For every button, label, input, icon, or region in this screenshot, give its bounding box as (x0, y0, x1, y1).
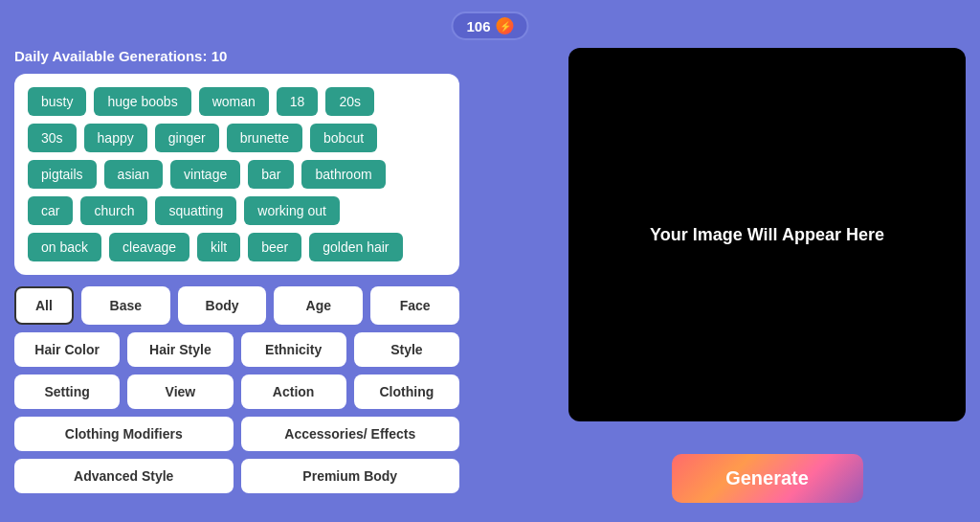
cat-row-5: Advanced Style Premium Body (14, 459, 459, 493)
cat-btn-premium-body[interactable]: Premium Body (241, 459, 460, 493)
tag-busty[interactable]: busty (28, 87, 86, 116)
top-bar: 106 ⚡ (451, 11, 528, 40)
tag-20s[interactable]: 20s (325, 87, 374, 116)
lightning-icon: ⚡ (497, 17, 514, 34)
tag-car[interactable]: car (28, 196, 73, 225)
cat-btn-base[interactable]: Base (81, 286, 170, 325)
cat-btn-view[interactable]: View (127, 374, 233, 409)
cat-btn-clothing-modifiers[interactable]: Clothing Modifiers (14, 417, 234, 451)
tags-row-3: pigtails asian vintage bar bathroom (28, 160, 446, 189)
tags-row-5: on back cleavage kilt beer golden hair (28, 233, 446, 261)
tag-brunette[interactable]: brunette (227, 124, 302, 152)
left-panel: Daily Available Generations: 10 busty hu… (14, 48, 459, 493)
categories: All Base Body Age Face Hair Color Hair S… (14, 286, 459, 493)
tag-vintage[interactable]: vintage (170, 160, 240, 189)
tag-squatting[interactable]: squatting (155, 196, 236, 225)
cat-btn-action[interactable]: Action (241, 374, 346, 409)
tags-box: busty huge boobs woman 18 20s 30s happy … (14, 74, 459, 275)
image-placeholder-text: Your Image Will Appear Here (650, 225, 884, 245)
cat-btn-style[interactable]: Style (354, 332, 459, 367)
counter-value: 106 (466, 18, 490, 34)
tags-row-1: busty huge boobs woman 18 20s (28, 87, 446, 116)
right-panel: Your Image Will Appear Here (568, 48, 966, 421)
tag-pigtails[interactable]: pigtails (28, 160, 97, 189)
tag-on-back[interactable]: on back (28, 233, 101, 261)
tags-row-2: 30s happy ginger brunette bobcut (28, 124, 446, 152)
tag-asian[interactable]: asian (104, 160, 163, 189)
tag-church[interactable]: church (80, 196, 147, 225)
tag-30s[interactable]: 30s (28, 124, 77, 152)
tag-woman[interactable]: woman (199, 87, 269, 116)
generate-button[interactable]: Generate (672, 454, 863, 503)
counter-badge: 106 ⚡ (451, 11, 528, 40)
tag-huge-boobs[interactable]: huge boobs (94, 87, 190, 116)
cat-row-2: Hair Color Hair Style Ethnicity Style (14, 332, 459, 367)
cat-btn-body[interactable]: Body (178, 286, 267, 325)
cat-btn-accessories-effects[interactable]: Accessories/ Effects (241, 417, 460, 451)
tag-bobcut[interactable]: bobcut (310, 124, 377, 152)
cat-row-3: Setting View Action Clothing (14, 374, 459, 409)
cat-row-all: All Base Body Age Face (14, 286, 459, 325)
tag-bathroom[interactable]: bathroom (301, 160, 385, 189)
tag-working-out[interactable]: working out (244, 196, 340, 225)
tag-cleavage[interactable]: cleavage (109, 233, 189, 261)
tag-beer[interactable]: beer (248, 233, 301, 261)
generate-area: Generate (568, 454, 966, 503)
tags-row-4: car church squatting working out (28, 196, 446, 225)
cat-btn-clothing[interactable]: Clothing (354, 374, 459, 409)
tag-18[interactable]: 18 (277, 87, 319, 116)
cat-btn-setting[interactable]: Setting (14, 374, 120, 409)
tag-happy[interactable]: happy (84, 124, 147, 152)
tag-kilt[interactable]: kilt (197, 233, 240, 261)
cat-btn-ethnicity[interactable]: Ethnicity (241, 332, 346, 367)
cat-btn-advanced-style[interactable]: Advanced Style (14, 459, 234, 493)
daily-gens-label: Daily Available Generations: 10 (14, 48, 459, 64)
image-display: Your Image Will Appear Here (568, 48, 966, 421)
cat-btn-hair-color[interactable]: Hair Color (14, 332, 120, 367)
cat-row-4: Clothing Modifiers Accessories/ Effects (14, 417, 459, 451)
cat-btn-hair-style[interactable]: Hair Style (127, 332, 233, 367)
tag-ginger[interactable]: ginger (155, 124, 219, 152)
cat-btn-all[interactable]: All (14, 286, 74, 325)
cat-btn-age[interactable]: Age (274, 286, 363, 325)
cat-btn-face[interactable]: Face (370, 286, 459, 325)
tag-golden-hair[interactable]: golden hair (309, 233, 402, 261)
tag-bar[interactable]: bar (248, 160, 294, 189)
